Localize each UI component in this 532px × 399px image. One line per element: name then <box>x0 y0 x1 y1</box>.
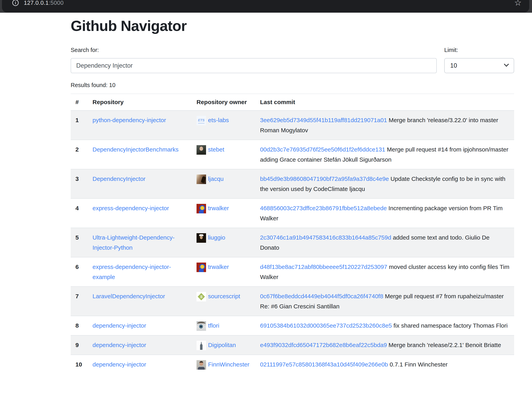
row-number: 5 <box>71 228 88 257</box>
commit-hash-link[interactable]: 0c67f6be8eddcd4449eb4044f5df0ca26f4740f8 <box>260 293 383 300</box>
table-row: 8 dependency-injector tflori 69105384b61… <box>71 316 514 335</box>
repo-link[interactable]: DependencyInjector <box>93 176 146 182</box>
limit-select[interactable]: 10 <box>444 58 514 73</box>
repo-link[interactable]: express-dependency-injector-example <box>93 264 171 280</box>
limit-column: Limit: 10 <box>444 46 514 73</box>
results-table-body: 1 python-dependency-injector ETSets-labs… <box>71 110 514 374</box>
commit-hash-link[interactable]: 468856003c273dffce23b86791fbbe512a8ebede <box>260 205 387 211</box>
page-title: Github Navigator <box>71 19 514 33</box>
owner-link[interactable]: sourcescript <box>208 293 240 300</box>
table-header-row: # Repository Repository owner Last commi… <box>71 94 514 110</box>
table-row: 2 DependencyInjectorBenchmarks stebet 00… <box>71 140 514 169</box>
browser-topbar: i 127.0.0.1:5000 ☆ <box>0 0 532 13</box>
url-port: :5000 <box>49 0 63 6</box>
row-number: 1 <box>71 110 88 140</box>
finnwinchester-avatar <box>196 360 206 370</box>
owner-link[interactable]: trwalker <box>208 264 229 270</box>
search-label: Search for: <box>71 46 437 54</box>
row-number: 8 <box>71 316 88 335</box>
repo-link[interactable]: dependency-injector <box>93 342 146 348</box>
table-row: 6 express-dependency-injector-example tr… <box>71 257 514 287</box>
owner-avatar-label: ETS <box>198 116 204 125</box>
search-controls: Search for: Limit: 10 <box>71 46 514 73</box>
table-row: 10 dependency-injector FinnWinchester 02… <box>71 355 514 374</box>
table-row: 9 dependency-injector Digipolitan e493f9… <box>71 335 514 355</box>
row-number: 2 <box>71 140 88 169</box>
commit-hash-link[interactable]: d48f13be8ac712abf80bbeeee5f120227d253097 <box>260 264 387 270</box>
table-row: 5 Ultra-Lightweight-Dependency-Injector-… <box>71 228 514 257</box>
table-row: 1 python-dependency-injector ETSets-labs… <box>71 110 514 140</box>
search-input[interactable] <box>71 58 437 73</box>
table-row: 4 express-dependency-injector trwalker 4… <box>71 198 514 228</box>
ljacqu-avatar <box>196 174 206 184</box>
address-url[interactable]: 127.0.0.1:5000 <box>24 0 64 6</box>
commit-hash-link[interactable]: 2c30746c1a91b4947583416c833b1644a85c759d <box>260 234 391 241</box>
repo-link[interactable]: express-dependency-injector <box>93 205 169 211</box>
commit-message: Merge branch 'release/2.2.1' Benoit Bria… <box>388 342 501 348</box>
owner-link[interactable]: FinnWinchester <box>208 361 249 368</box>
owner-link[interactable]: liuggio <box>208 234 225 241</box>
bookmark-star-icon[interactable]: ☆ <box>514 0 522 8</box>
trwalker-avatar <box>196 204 206 213</box>
address-bar[interactable]: i 127.0.0.1:5000 ☆ <box>2 0 529 12</box>
column-header-owner: Repository owner <box>192 94 255 110</box>
trwalker-avatar <box>196 263 206 272</box>
commit-hash-link[interactable]: 3ee629eb5d7349d55f41b119aff81dd219071a01 <box>260 117 387 123</box>
commit-message: 0.7.1 Finn Winchester <box>390 361 448 368</box>
table-row: 3 DependencyInjector ljacqu bb45d9e3b986… <box>71 169 514 198</box>
row-number: 10 <box>71 355 88 374</box>
site-info-icon[interactable]: i <box>12 0 19 6</box>
commit-hash-link[interactable]: 02111997e57c85801368f43a10d45f409e266e0b <box>260 361 388 368</box>
url-host: 127.0.0.1 <box>24 0 49 6</box>
owner-link[interactable]: tflori <box>208 322 219 329</box>
limit-selected-value: 10 <box>450 62 457 69</box>
results-summary: Results found: 10 <box>71 82 514 88</box>
commit-message: fix shared namespace factory Thomas Flor… <box>393 322 507 329</box>
results-table: # Repository Repository owner Last commi… <box>71 94 514 374</box>
commit-hash-link[interactable]: bb45d9e3b98608047190bf72a95fa9a37d8c4e9e <box>260 176 389 182</box>
limit-label: Limit: <box>444 46 514 54</box>
search-column: Search for: <box>71 46 437 73</box>
liuggio-avatar <box>196 233 206 243</box>
row-number: 7 <box>71 287 88 316</box>
owner-link[interactable]: ljacqu <box>208 176 223 182</box>
row-number: 6 <box>71 257 88 287</box>
owner-link[interactable]: Digipolitan <box>208 342 236 348</box>
repo-link[interactable]: python-dependency-injector <box>93 117 166 123</box>
owner-link[interactable]: trwalker <box>208 205 229 211</box>
owner-avatar-label: S <box>200 292 203 301</box>
sourcescript-avatar: S <box>196 292 206 301</box>
column-header-num: # <box>71 94 88 110</box>
commit-hash-link[interactable]: 69105384b61032d000365ee737cd2523b260c8e5 <box>260 322 392 329</box>
chevron-down-icon <box>504 62 509 67</box>
digipolitan-avatar <box>196 341 206 350</box>
commit-hash-link[interactable]: e493f9032dfcd65047172b682e8b6eaf22c5bda9 <box>260 342 387 348</box>
row-number: 9 <box>71 335 88 355</box>
page-container: Github Navigator Search for: Limit: 10 R… <box>71 13 514 374</box>
row-number: 3 <box>71 169 88 198</box>
owner-link[interactable]: stebet <box>208 146 224 153</box>
repo-link[interactable]: LaravelDependencyInjector <box>93 293 165 300</box>
repo-link[interactable]: DependencyInjectorBenchmarks <box>93 146 179 153</box>
commit-hash-link[interactable]: 00d2b3c7e76935d76f25ee50f6d1f2ef6ddce131 <box>260 146 385 153</box>
tflori-avatar <box>196 321 206 331</box>
column-header-last-commit: Last commit <box>255 94 514 110</box>
stebet-avatar <box>196 145 206 155</box>
table-row: 7 LaravelDependencyInjector Ssourcescrip… <box>71 287 514 316</box>
repo-link[interactable]: Ultra-Lightweight-Dependency-Injector-Py… <box>93 234 175 251</box>
etslabs-avatar: ETS <box>196 116 206 125</box>
row-number: 4 <box>71 198 88 228</box>
column-header-repository: Repository <box>88 94 192 110</box>
repo-link[interactable]: dependency-injector <box>93 322 146 329</box>
owner-link[interactable]: ets-labs <box>208 117 229 123</box>
repo-link[interactable]: dependency-injector <box>93 361 146 368</box>
